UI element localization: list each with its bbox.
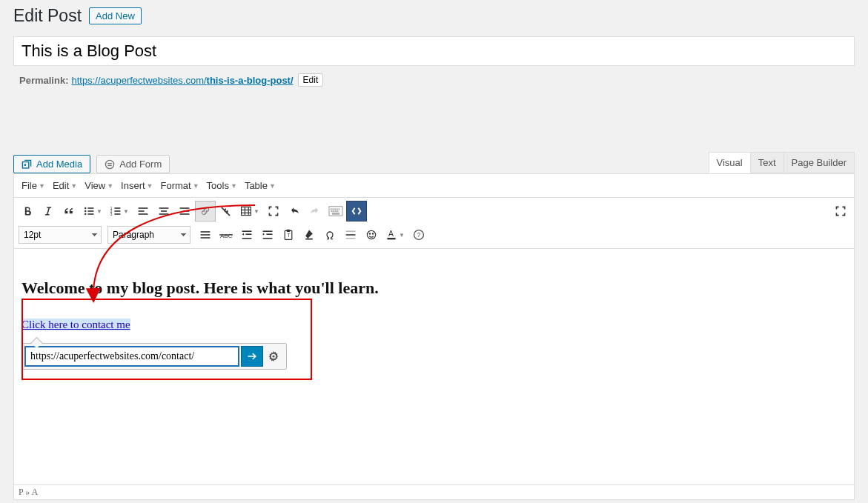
align-center-button[interactable] (153, 201, 174, 221)
outdent-button[interactable] (236, 224, 257, 245)
svg-rect-53 (263, 238, 273, 239)
fullscreen-button[interactable] (263, 201, 284, 221)
blockquote-button[interactable] (59, 201, 79, 221)
svg-rect-18 (139, 210, 145, 212)
edit-permalink-button[interactable]: Edit (298, 73, 324, 87)
form-icon (105, 159, 115, 170)
svg-point-7 (85, 210, 86, 212)
add-media-label: Add Media (36, 159, 82, 170)
svg-text:T: T (287, 233, 290, 238)
font-size-select[interactable]: 12pt (19, 226, 102, 244)
align-left-button[interactable] (133, 201, 153, 221)
page-title: Edit Post (13, 6, 82, 26)
content-link[interactable]: Click here to contact me (21, 319, 130, 330)
distraction-free-button[interactable] (830, 201, 851, 221)
tab-page-builder[interactable]: Page Builder (783, 152, 855, 173)
tab-text[interactable]: Text (750, 152, 784, 173)
apply-link-button[interactable] (241, 346, 263, 367)
svg-rect-10 (87, 213, 93, 215)
paragraph-select[interactable]: Paragraph (107, 226, 191, 244)
svg-point-38 (331, 210, 332, 211)
insert-link-button[interactable] (195, 201, 216, 221)
svg-point-60 (367, 230, 375, 239)
link-settings-button[interactable] (263, 346, 284, 367)
link-url-input[interactable] (24, 346, 239, 367)
svg-point-9 (85, 213, 86, 215)
svg-point-62 (372, 233, 373, 234)
hr-button[interactable] (340, 224, 361, 245)
svg-text:3: 3 (110, 213, 113, 216)
emoji-button[interactable] (361, 224, 382, 245)
special-char-button[interactable] (319, 224, 340, 245)
svg-rect-3 (107, 162, 112, 163)
svg-rect-58 (346, 234, 356, 236)
menu-edit[interactable]: Edit▼ (50, 177, 80, 194)
svg-point-61 (369, 233, 370, 234)
svg-point-1 (24, 164, 25, 165)
add-form-label: Add Form (119, 159, 162, 170)
svg-rect-43 (201, 231, 211, 233)
menu-file[interactable]: File▼ (19, 177, 48, 194)
permalink-link[interactable]: https://acuperfectwebsites.com/this-is-a… (71, 75, 293, 86)
svg-text:ABC: ABC (220, 233, 233, 239)
bold-button[interactable] (17, 201, 38, 221)
undo-button[interactable] (284, 201, 305, 221)
add-new-button[interactable]: Add New (89, 7, 142, 24)
permalink-slug: this-is-a-blog-post/ (207, 75, 294, 86)
svg-rect-14 (114, 210, 120, 212)
svg-rect-19 (139, 213, 148, 215)
svg-rect-52 (266, 233, 272, 235)
svg-rect-21 (161, 210, 167, 212)
svg-rect-4 (107, 164, 112, 165)
svg-rect-24 (183, 210, 189, 212)
content-heading: Welcome to my blog post. Here is what yo… (21, 279, 847, 298)
menu-view[interactable]: View▼ (82, 177, 116, 194)
svg-rect-50 (242, 238, 252, 239)
svg-point-33 (331, 209, 331, 210)
menu-tools[interactable]: Tools▼ (204, 177, 240, 194)
status-path: P » A (13, 485, 855, 500)
svg-rect-48 (242, 230, 252, 232)
paste-text-button[interactable]: T (278, 224, 299, 245)
italic-button[interactable] (38, 201, 59, 221)
keyboard-icon[interactable] (325, 201, 346, 221)
permalink-label: Permalink: (19, 75, 68, 86)
table-button[interactable]: ▼ (236, 201, 263, 221)
svg-rect-16 (114, 213, 120, 215)
svg-rect-12 (114, 207, 120, 209)
strikethrough-button[interactable]: ABC (216, 224, 236, 245)
add-media-button[interactable]: Add Media (13, 155, 90, 173)
svg-rect-42 (332, 213, 339, 214)
numbered-list-button[interactable]: 123▼ (106, 201, 133, 221)
menu-format[interactable]: Format▼ (158, 177, 202, 194)
menu-insert[interactable]: Insert▼ (118, 177, 156, 194)
svg-text:?: ? (417, 231, 421, 239)
svg-rect-26 (242, 207, 251, 215)
shortcode-button[interactable] (346, 201, 367, 221)
media-icon (21, 159, 32, 170)
svg-rect-45 (201, 237, 211, 239)
bullet-list-button[interactable]: ▼ (79, 201, 106, 221)
svg-rect-57 (346, 230, 356, 232)
menu-table[interactable]: Table▼ (242, 177, 279, 194)
align-right-button[interactable] (174, 201, 195, 221)
svg-rect-22 (159, 213, 169, 215)
remove-link-button[interactable] (216, 201, 236, 221)
svg-rect-23 (180, 207, 190, 209)
clear-formatting-button[interactable] (299, 224, 319, 245)
svg-point-35 (335, 209, 336, 210)
align-justify-button[interactable] (195, 224, 216, 245)
text-color-button[interactable]: A▼ (382, 224, 408, 245)
svg-rect-49 (245, 233, 251, 235)
post-title-input[interactable] (13, 36, 855, 66)
redo-button[interactable] (305, 201, 325, 221)
svg-rect-59 (346, 238, 356, 239)
tab-visual[interactable]: Visual (709, 152, 751, 173)
svg-point-40 (335, 210, 336, 211)
add-form-button[interactable]: Add Form (96, 155, 170, 173)
link-popover (21, 343, 287, 370)
indent-button[interactable] (257, 224, 278, 245)
help-button[interactable]: ? (408, 224, 429, 245)
editor-content[interactable]: Welcome to my blog post. Here is what yo… (13, 248, 855, 485)
svg-point-36 (337, 209, 337, 210)
